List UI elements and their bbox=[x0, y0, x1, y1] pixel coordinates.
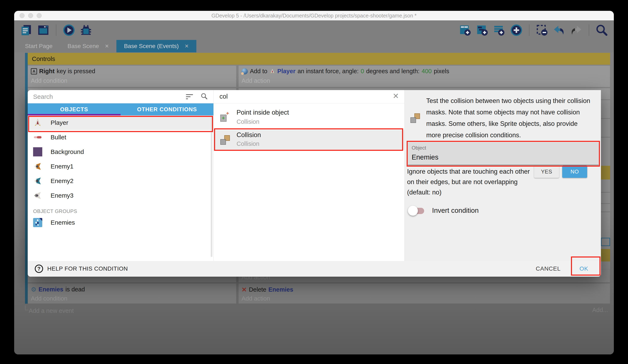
condition-text: is dead bbox=[65, 286, 85, 293]
ignore-edges-text: Ignore objects that are touching each ot… bbox=[407, 166, 539, 198]
add-sub-event-icon[interactable] bbox=[476, 24, 488, 36]
list-item-bullet[interactable]: Bullet bbox=[28, 130, 213, 145]
clear-search-icon[interactable]: ✕ bbox=[393, 92, 399, 101]
object-groups-header: OBJECT GROUPS bbox=[28, 207, 213, 215]
object-field-label: Object bbox=[412, 145, 426, 151]
condition-text: key is pressed bbox=[57, 68, 95, 75]
add-new-event-button[interactable]: Add a new event bbox=[29, 307, 74, 314]
collision-icon bbox=[220, 135, 230, 145]
search-events-icon[interactable] bbox=[596, 24, 608, 36]
invert-toggle-knob[interactable] bbox=[408, 206, 418, 216]
project-manager-icon[interactable] bbox=[20, 24, 32, 36]
condition-cell[interactable]: ⚙ Enemies is dead Add condition bbox=[28, 283, 236, 304]
window-title: GDevelop 5 - /Users/dkarakay/Documents/G… bbox=[211, 13, 416, 19]
list-scrollbar[interactable] bbox=[211, 117, 212, 257]
add-more-label: Add... bbox=[592, 306, 608, 313]
condition-line[interactable]: A Right key is pressed bbox=[31, 68, 95, 75]
action-text: degrees and length: bbox=[366, 68, 419, 75]
tab-label: OTHER CONDITIONS bbox=[137, 106, 197, 113]
editor-tabbar: Start Page Base Scene✕ Base Scene (Event… bbox=[14, 40, 614, 53]
condition-search-field[interactable]: col ✕ bbox=[214, 90, 404, 103]
redo-icon[interactable] bbox=[570, 24, 582, 36]
dialog-results-panel: col ✕ + + Point inside object Collision … bbox=[214, 90, 404, 261]
tab-base-scene-events[interactable]: Base Scene (Events)✕ bbox=[116, 40, 196, 53]
list-item-enemy2[interactable]: Enemy2 bbox=[28, 174, 213, 188]
player-object-icon bbox=[269, 68, 275, 74]
add-condition-button[interactable]: Add condition bbox=[31, 295, 68, 302]
row-separator bbox=[601, 203, 610, 204]
help-icon: ? bbox=[35, 265, 43, 273]
search-icon[interactable] bbox=[201, 93, 208, 100]
yes-button[interactable]: YES bbox=[534, 165, 559, 178]
object-name: Bullet bbox=[51, 134, 66, 141]
invert-condition-label: Invert condition bbox=[432, 207, 479, 214]
action-line[interactable]: ✕ Delete Enemies bbox=[241, 286, 293, 293]
result-subtitle: Collision bbox=[236, 140, 259, 147]
no-button[interactable]: NO bbox=[562, 165, 587, 178]
debug-icon[interactable] bbox=[80, 24, 92, 36]
close-tab-icon[interactable]: ✕ bbox=[105, 43, 109, 49]
condition-line[interactable]: ⚙ Enemies is dead bbox=[31, 286, 85, 293]
dialog-left-panel: Search OBJECTS OTHER CONDITIONS Player B… bbox=[28, 90, 214, 261]
result-title: Point inside object bbox=[236, 109, 289, 116]
list-item-enemy3[interactable]: Enemy3 bbox=[28, 188, 213, 203]
delete-event-icon[interactable] bbox=[536, 24, 548, 36]
add-event-icon[interactable] bbox=[459, 24, 471, 36]
add-action-button[interactable]: Add action bbox=[241, 77, 270, 84]
filter-icon[interactable] bbox=[186, 93, 193, 100]
tab-base-scene[interactable]: Base Scene✕ bbox=[60, 40, 116, 53]
result-subtitle: Collision bbox=[236, 118, 259, 125]
scene-editor-icon[interactable] bbox=[37, 24, 50, 36]
result-title: Collision bbox=[236, 131, 261, 139]
action-number: 0 bbox=[361, 68, 364, 75]
search-placeholder: Search bbox=[33, 93, 53, 100]
list-item-background[interactable]: Background bbox=[28, 145, 213, 159]
add-more-button[interactable]: Add... bbox=[592, 306, 608, 313]
enemy2-ship-icon bbox=[33, 176, 42, 185]
action-cell[interactable]: ✕ Delete Enemies Add action bbox=[238, 283, 610, 304]
tab-start-page[interactable]: Start Page bbox=[17, 40, 60, 53]
close-window-button[interactable] bbox=[20, 13, 25, 18]
force-action-icon bbox=[241, 68, 248, 74]
row-separator bbox=[601, 99, 610, 100]
add-condition-button[interactable]: Add condition bbox=[31, 77, 68, 84]
minimize-window-button[interactable] bbox=[28, 13, 33, 18]
action-cell[interactable]: Add to Player an instant force, angle: 0… bbox=[238, 65, 610, 87]
result-collision[interactable]: Collision Collision bbox=[214, 130, 404, 150]
result-point-inside-object[interactable]: + + Point inside object Collision bbox=[214, 106, 404, 129]
list-item-group-enemies[interactable]: Enemies bbox=[28, 215, 213, 230]
tab-objects[interactable]: OBJECTS bbox=[28, 103, 121, 116]
action-text: Add to bbox=[250, 68, 267, 75]
cancel-button[interactable]: CANCEL bbox=[536, 265, 561, 272]
help-button[interactable]: ? HELP FOR THIS CONDITION bbox=[35, 265, 128, 273]
action-line[interactable]: Add to Player an instant force, angle: 0… bbox=[241, 68, 449, 75]
object-group-icon bbox=[33, 218, 42, 227]
event-group-header[interactable]: Controls bbox=[28, 53, 610, 65]
add-action-button[interactable]: Add action bbox=[241, 295, 270, 302]
active-tab-indicator bbox=[28, 114, 121, 116]
action-number: 400 bbox=[422, 68, 432, 75]
condition-cell[interactable]: A Right key is pressed Add condition bbox=[28, 65, 236, 87]
play-icon[interactable] bbox=[63, 24, 75, 36]
variable-condition-icon: ⚙ bbox=[31, 286, 36, 293]
list-item-enemy1[interactable]: Enemy1 bbox=[28, 159, 213, 174]
object-name: Background bbox=[51, 148, 84, 155]
event-selection-strip bbox=[25, 53, 28, 304]
ok-button[interactable]: OK bbox=[579, 265, 588, 272]
close-tab-icon[interactable]: ✕ bbox=[184, 43, 189, 49]
condition-object: Enemies bbox=[39, 286, 63, 293]
add-new-icon[interactable] bbox=[510, 24, 523, 36]
add-comment-icon[interactable] bbox=[493, 24, 506, 36]
zoom-window-button[interactable] bbox=[37, 13, 42, 18]
event-group-header-edge bbox=[601, 249, 610, 261]
object-name: Enemy1 bbox=[51, 163, 74, 170]
action-text: an instant force, angle: bbox=[298, 68, 359, 75]
tab-other-conditions[interactable]: OTHER CONDITIONS bbox=[121, 103, 213, 116]
object-search-field[interactable]: Search bbox=[28, 90, 213, 103]
list-item-player[interactable]: Player bbox=[28, 116, 213, 130]
object-field[interactable]: Object Enemies bbox=[408, 142, 599, 165]
event-tree-guide bbox=[25, 305, 28, 310]
condition-editor-dialog: Search OBJECTS OTHER CONDITIONS Player B… bbox=[28, 90, 601, 277]
undo-icon[interactable] bbox=[553, 24, 565, 36]
event-group-header-edge bbox=[601, 166, 610, 180]
